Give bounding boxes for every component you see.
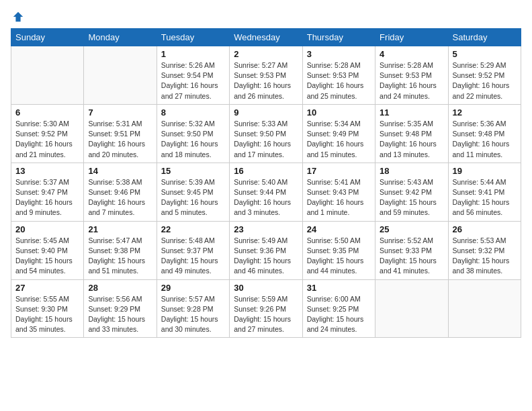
day-number: 14	[88, 166, 152, 176]
calendar-day-2: 2Sunrise: 5:27 AM Sunset: 9:53 PM Daylig…	[230, 46, 302, 105]
day-info: Sunrise: 5:26 AM Sunset: 9:54 PM Dayligh…	[161, 60, 225, 101]
calendar-day-12: 12Sunrise: 5:36 AM Sunset: 9:48 PM Dayli…	[448, 104, 521, 163]
day-number: 18	[380, 166, 443, 176]
calendar-day-10: 10Sunrise: 5:34 AM Sunset: 9:49 PM Dayli…	[302, 104, 375, 163]
day-number: 13	[15, 166, 79, 176]
day-info: Sunrise: 5:29 AM Sunset: 9:52 PM Dayligh…	[453, 60, 517, 101]
calendar-day-7: 7Sunrise: 5:31 AM Sunset: 9:51 PM Daylig…	[84, 104, 157, 163]
weekday-header-sunday: Sunday	[11, 29, 84, 46]
calendar-week-row: 1Sunrise: 5:26 AM Sunset: 9:54 PM Daylig…	[11, 46, 521, 105]
day-info: Sunrise: 5:30 AM Sunset: 9:52 PM Dayligh…	[15, 119, 79, 160]
day-number: 10	[307, 107, 371, 118]
calendar-day-empty	[448, 279, 521, 338]
calendar-day-26: 26Sunrise: 5:53 AM Sunset: 9:32 PM Dayli…	[448, 221, 521, 279]
calendar-day-14: 14Sunrise: 5:38 AM Sunset: 9:46 PM Dayli…	[84, 163, 157, 221]
day-number: 25	[380, 224, 443, 234]
day-info: Sunrise: 5:35 AM Sunset: 9:48 PM Dayligh…	[380, 119, 443, 160]
calendar-table: SundayMondayTuesdayWednesdayThursdayFrid…	[11, 28, 521, 338]
calendar-header-row: SundayMondayTuesdayWednesdayThursdayFrid…	[11, 29, 521, 46]
calendar-day-empty	[375, 279, 448, 338]
day-number: 2	[234, 49, 298, 59]
day-info: Sunrise: 5:27 AM Sunset: 9:53 PM Dayligh…	[234, 60, 298, 101]
day-number: 7	[88, 107, 152, 118]
day-info: Sunrise: 5:49 AM Sunset: 9:36 PM Dayligh…	[234, 236, 298, 277]
day-info: Sunrise: 5:55 AM Sunset: 9:30 PM Dayligh…	[15, 294, 79, 335]
day-info: Sunrise: 5:32 AM Sunset: 9:50 PM Dayligh…	[161, 119, 225, 160]
calendar-day-17: 17Sunrise: 5:41 AM Sunset: 9:43 PM Dayli…	[302, 163, 375, 221]
day-info: Sunrise: 6:00 AM Sunset: 9:25 PM Dayligh…	[307, 294, 371, 335]
weekday-header-tuesday: Tuesday	[157, 29, 229, 46]
day-info: Sunrise: 5:50 AM Sunset: 9:35 PM Dayligh…	[307, 236, 371, 277]
day-info: Sunrise: 5:28 AM Sunset: 9:53 PM Dayligh…	[380, 60, 443, 101]
logo-icon	[12, 11, 24, 23]
day-info: Sunrise: 5:45 AM Sunset: 9:40 PM Dayligh…	[15, 236, 79, 277]
calendar-day-22: 22Sunrise: 5:48 AM Sunset: 9:37 PM Dayli…	[157, 221, 229, 279]
day-number: 22	[161, 224, 225, 234]
day-number: 5	[453, 49, 517, 59]
day-number: 24	[307, 224, 371, 234]
day-number: 6	[15, 107, 79, 118]
day-number: 11	[380, 107, 443, 118]
calendar-week-row: 13Sunrise: 5:37 AM Sunset: 9:47 PM Dayli…	[11, 163, 521, 221]
calendar-day-4: 4Sunrise: 5:28 AM Sunset: 9:53 PM Daylig…	[375, 46, 448, 105]
weekday-header-wednesday: Wednesday	[230, 29, 302, 46]
calendar-day-18: 18Sunrise: 5:43 AM Sunset: 9:42 PM Dayli…	[375, 163, 448, 221]
calendar-day-29: 29Sunrise: 5:57 AM Sunset: 9:28 PM Dayli…	[157, 279, 229, 338]
day-info: Sunrise: 5:47 AM Sunset: 9:38 PM Dayligh…	[88, 236, 152, 277]
day-info: Sunrise: 5:39 AM Sunset: 9:45 PM Dayligh…	[161, 177, 225, 218]
calendar-day-23: 23Sunrise: 5:49 AM Sunset: 9:36 PM Dayli…	[230, 221, 302, 279]
day-number: 15	[161, 166, 225, 176]
day-info: Sunrise: 5:31 AM Sunset: 9:51 PM Dayligh…	[88, 119, 152, 160]
calendar-day-27: 27Sunrise: 5:55 AM Sunset: 9:30 PM Dayli…	[11, 279, 84, 338]
day-number: 3	[307, 49, 371, 59]
day-info: Sunrise: 5:52 AM Sunset: 9:33 PM Dayligh…	[380, 236, 443, 277]
day-number: 19	[453, 166, 517, 176]
calendar-day-9: 9Sunrise: 5:33 AM Sunset: 9:50 PM Daylig…	[230, 104, 302, 163]
weekday-header-friday: Friday	[375, 29, 448, 46]
calendar-day-21: 21Sunrise: 5:47 AM Sunset: 9:38 PM Dayli…	[84, 221, 157, 279]
day-number: 4	[380, 49, 443, 59]
day-info: Sunrise: 5:40 AM Sunset: 9:44 PM Dayligh…	[234, 177, 298, 218]
day-number: 26	[453, 224, 517, 234]
calendar-day-5: 5Sunrise: 5:29 AM Sunset: 9:52 PM Daylig…	[448, 46, 521, 105]
day-info: Sunrise: 5:44 AM Sunset: 9:41 PM Dayligh…	[453, 177, 517, 218]
calendar-day-6: 6Sunrise: 5:30 AM Sunset: 9:52 PM Daylig…	[11, 104, 84, 163]
day-number: 17	[307, 166, 371, 176]
weekday-header-thursday: Thursday	[302, 29, 375, 46]
day-number: 28	[88, 283, 152, 293]
day-info: Sunrise: 5:59 AM Sunset: 9:26 PM Dayligh…	[234, 294, 298, 335]
calendar-week-row: 27Sunrise: 5:55 AM Sunset: 9:30 PM Dayli…	[11, 279, 521, 338]
calendar-week-row: 20Sunrise: 5:45 AM Sunset: 9:40 PM Dayli…	[11, 221, 521, 279]
day-number: 27	[15, 283, 79, 293]
calendar-day-30: 30Sunrise: 5:59 AM Sunset: 9:26 PM Dayli…	[230, 279, 302, 338]
page-header	[11, 11, 521, 20]
day-number: 9	[234, 107, 298, 118]
day-number: 12	[453, 107, 517, 118]
calendar-day-20: 20Sunrise: 5:45 AM Sunset: 9:40 PM Dayli…	[11, 221, 84, 279]
day-info: Sunrise: 5:36 AM Sunset: 9:48 PM Dayligh…	[453, 119, 517, 160]
calendar-day-empty	[84, 46, 157, 105]
calendar-day-empty	[11, 46, 84, 105]
day-number: 23	[234, 224, 298, 234]
logo	[11, 11, 24, 20]
calendar-day-31: 31Sunrise: 6:00 AM Sunset: 9:25 PM Dayli…	[302, 279, 375, 338]
day-number: 20	[15, 224, 79, 234]
day-info: Sunrise: 5:33 AM Sunset: 9:50 PM Dayligh…	[234, 119, 298, 160]
day-number: 16	[234, 166, 298, 176]
day-number: 21	[88, 224, 152, 234]
calendar-day-13: 13Sunrise: 5:37 AM Sunset: 9:47 PM Dayli…	[11, 163, 84, 221]
day-info: Sunrise: 5:56 AM Sunset: 9:29 PM Dayligh…	[88, 294, 152, 335]
day-info: Sunrise: 5:37 AM Sunset: 9:47 PM Dayligh…	[15, 177, 79, 218]
svg-marker-0	[13, 12, 23, 21]
calendar-day-28: 28Sunrise: 5:56 AM Sunset: 9:29 PM Dayli…	[84, 279, 157, 338]
day-number: 8	[161, 107, 225, 118]
calendar-day-3: 3Sunrise: 5:28 AM Sunset: 9:53 PM Daylig…	[302, 46, 375, 105]
day-info: Sunrise: 5:41 AM Sunset: 9:43 PM Dayligh…	[307, 177, 371, 218]
weekday-header-monday: Monday	[84, 29, 157, 46]
day-info: Sunrise: 5:53 AM Sunset: 9:32 PM Dayligh…	[453, 236, 517, 277]
day-number: 31	[307, 283, 371, 293]
calendar-week-row: 6Sunrise: 5:30 AM Sunset: 9:52 PM Daylig…	[11, 104, 521, 163]
day-info: Sunrise: 5:28 AM Sunset: 9:53 PM Dayligh…	[307, 60, 371, 101]
day-info: Sunrise: 5:38 AM Sunset: 9:46 PM Dayligh…	[88, 177, 152, 218]
calendar-day-1: 1Sunrise: 5:26 AM Sunset: 9:54 PM Daylig…	[157, 46, 229, 105]
